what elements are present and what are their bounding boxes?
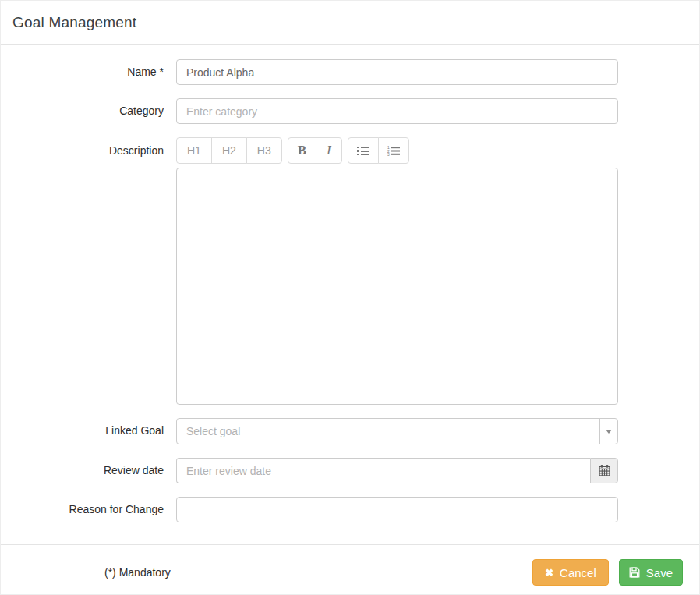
goal-form: Name * Category Description H1 H2 H3 (1, 45, 699, 522)
category-input[interactable] (176, 98, 618, 124)
reason-label: Reason for Change (1, 497, 176, 522)
linked-goal-row: Linked Goal Select goal (1, 418, 699, 444)
linked-goal-label: Linked Goal (1, 418, 176, 444)
heading3-button[interactable]: H3 (246, 137, 282, 164)
category-label: Category (1, 98, 176, 124)
heading1-button[interactable]: H1 (176, 137, 212, 164)
heading-button-group: H1 H2 H3 (176, 137, 282, 164)
list-ul-icon (357, 146, 369, 156)
description-label: Description (1, 137, 176, 405)
cancel-button-label: Cancel (560, 566, 596, 579)
calendar-button[interactable] (590, 458, 618, 483)
page-title: Goal Management (12, 14, 136, 31)
name-row: Name * (1, 59, 699, 85)
calendar-icon (599, 465, 610, 476)
unordered-list-button[interactable] (348, 137, 379, 164)
chevron-down-icon (606, 430, 612, 434)
save-button[interactable]: Save (619, 559, 683, 586)
panel-footer: (*) Mandatory ✖ Cancel Save (1, 544, 699, 586)
italic-button[interactable]: I (316, 137, 342, 164)
reason-row: Reason for Change (1, 497, 699, 522)
save-button-label: Save (646, 566, 673, 579)
description-toolbar: H1 H2 H3 B I (176, 137, 618, 164)
review-date-input[interactable] (176, 458, 590, 483)
format-button-group: B I (288, 137, 342, 164)
goal-management-panel: Goal Management Name * Category Descript… (0, 0, 700, 595)
select-arrow-box (599, 419, 617, 444)
description-editor[interactable] (176, 168, 618, 405)
heading2-button[interactable]: H2 (211, 137, 247, 164)
list-button-group: 1 2 3 (348, 137, 409, 164)
name-label: Name * (1, 59, 176, 85)
svg-text:3: 3 (387, 153, 390, 156)
floppy-disk-icon (629, 567, 640, 578)
ordered-list-button[interactable]: 1 2 3 (378, 137, 409, 164)
review-date-row: Review date (1, 458, 699, 483)
panel-header: Goal Management (1, 1, 699, 45)
category-row: Category (1, 98, 699, 124)
linked-goal-select[interactable]: Select goal (176, 418, 618, 444)
linked-goal-placeholder: Select goal (177, 419, 599, 444)
x-icon: ✖ (545, 568, 553, 578)
bold-button[interactable]: B (288, 137, 316, 164)
reason-input[interactable] (176, 497, 618, 522)
review-date-label: Review date (1, 458, 176, 483)
name-input[interactable] (176, 59, 618, 85)
cancel-button[interactable]: ✖ Cancel (532, 559, 609, 586)
description-row: Description H1 H2 H3 B I (1, 137, 699, 405)
mandatory-note: (*) Mandatory (104, 566, 171, 579)
list-ol-icon: 1 2 3 (387, 146, 400, 156)
